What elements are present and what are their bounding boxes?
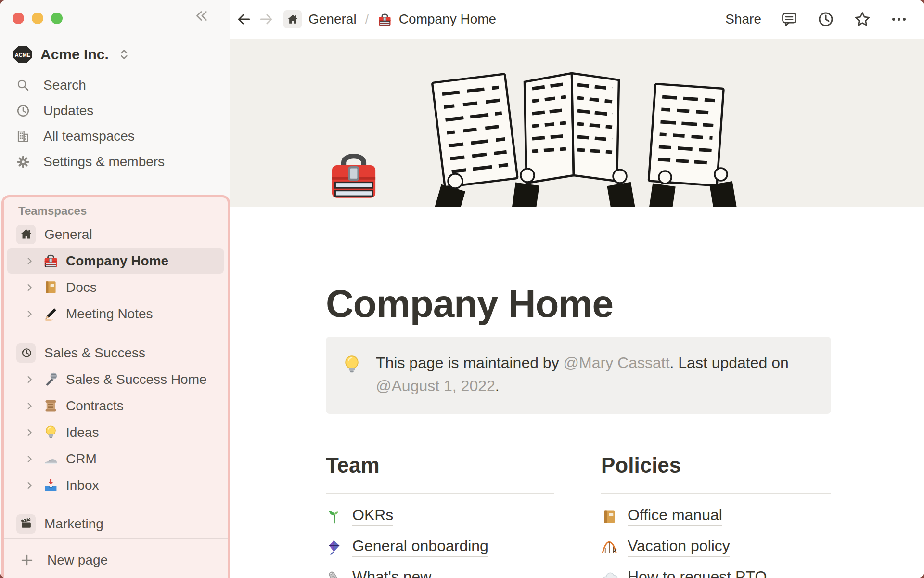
workspace-switcher-icon [117, 48, 131, 61]
forward-arrow-icon[interactable] [258, 12, 274, 27]
teamspace-icon-chip [16, 343, 36, 363]
close-window-button[interactable] [13, 13, 24, 24]
breadcrumb-teamspace[interactable]: General [308, 12, 357, 27]
plus-icon [20, 553, 34, 567]
link-office-manual[interactable]: Office manual [601, 501, 831, 532]
sidebar-item-settings-members[interactable]: Settings & members [0, 149, 230, 174]
notebook-icon [601, 508, 618, 525]
chevron-right-icon[interactable] [24, 374, 36, 385]
sidebar-page-docs[interactable]: Docs [4, 274, 228, 301]
chevron-right-icon[interactable] [24, 400, 36, 412]
main-area: General / Company Home Share [230, 0, 924, 578]
back-arrow-icon[interactable] [236, 12, 252, 27]
link-okrs[interactable]: OKRs [326, 501, 554, 532]
sneaker-icon [43, 451, 59, 467]
workspace-switcher[interactable]: ACME Acme Inc. [13, 43, 224, 66]
roller-coaster-icon [601, 539, 618, 556]
teamspace-general[interactable]: General [4, 221, 228, 248]
sidebar-item-search[interactable]: Search [0, 72, 230, 98]
page-link-label[interactable]: Vacation policy [628, 537, 730, 557]
comments-icon[interactable] [781, 11, 798, 28]
chevron-right-icon[interactable] [24, 255, 36, 267]
policies-heading[interactable]: Policies [601, 453, 831, 478]
sidebar-page-label: Ideas [66, 425, 99, 440]
gear-icon [16, 155, 30, 169]
teamspace-label: General [44, 227, 92, 242]
sidebar-menu: Search Updates All teamspaces Settings &… [0, 72, 230, 174]
page-link-label[interactable]: Office manual [628, 506, 722, 526]
breadcrumb-teamspace-chip[interactable] [283, 10, 302, 28]
sidebar-page-inbox[interactable]: Inbox [4, 472, 228, 499]
page-icon-toolbox[interactable] [326, 147, 382, 203]
toolbox-icon [377, 12, 392, 27]
sidebar-page-ideas[interactable]: Ideas [4, 419, 228, 446]
sidebar-page-label: Meeting Notes [66, 306, 153, 322]
topbar: General / Company Home Share [230, 0, 924, 39]
home-icon [287, 13, 299, 26]
teamspace-sales-success[interactable]: Sales & Success [4, 340, 228, 366]
sidebar-item-all-teamspaces[interactable]: All teamspaces [0, 123, 230, 149]
page-link-label[interactable]: General onboarding [352, 537, 488, 557]
sidebar-page-meeting-notes[interactable]: Meeting Notes [4, 301, 228, 327]
sidebar-item-label: Updates [43, 103, 93, 118]
mention-date[interactable]: @August 1, 2022 [376, 377, 495, 394]
team-column: Team OKRs General onboarding What's new [326, 453, 554, 578]
chevron-right-icon[interactable] [24, 480, 36, 491]
link-whats-new[interactable]: What's new [326, 563, 554, 578]
callout-segment: . Last updated on [670, 354, 789, 371]
light-bulb-icon [43, 424, 59, 440]
topbar-actions: Share [725, 11, 908, 28]
sidebar-item-label: Settings & members [43, 154, 165, 170]
zoom-window-button[interactable] [51, 13, 63, 24]
collapse-sidebar-icon[interactable] [192, 8, 209, 24]
link-how-to-request-pto[interactable]: How to request PTO [601, 563, 831, 578]
chevron-right-icon[interactable] [24, 453, 36, 465]
minimize-window-button[interactable] [32, 13, 43, 24]
sidebar-page-crm[interactable]: CRM [4, 446, 228, 472]
sidebar-page-label: Docs [66, 280, 97, 295]
writing-hand-icon [43, 306, 59, 322]
share-button[interactable]: Share [725, 12, 761, 27]
sidebar-item-label: Search [43, 78, 86, 93]
mention-person[interactable]: @Mary Cassatt [564, 354, 670, 371]
chevron-right-icon[interactable] [24, 427, 36, 438]
breadcrumb: General / Company Home [236, 10, 496, 28]
page-history-icon[interactable] [817, 11, 834, 28]
page-title[interactable]: Company Home [326, 282, 613, 326]
sidebar-page-sales-success-home[interactable]: Sales & Success Home [4, 366, 228, 393]
link-general-onboarding[interactable]: General onboarding [326, 532, 554, 563]
page-link-label[interactable]: OKRs [352, 506, 393, 526]
callout-block[interactable]: This page is maintained by @Mary Cassatt… [326, 337, 831, 414]
inbox-tray-icon [43, 477, 59, 493]
sidebar-page-contracts[interactable]: Contracts [4, 393, 228, 419]
favorite-star-icon[interactable] [854, 11, 871, 28]
content-columns: Team OKRs General onboarding What's new [326, 453, 831, 578]
sidebar-page-label: CRM [66, 451, 97, 467]
teamspaces-section-highlight: Teamspaces General Company Home Docs Mee… [1, 195, 230, 578]
sidebar-page-company-home[interactable]: Company Home [4, 248, 228, 274]
chevron-right-icon[interactable] [24, 308, 36, 320]
link-vacation-policy[interactable]: Vacation policy [601, 532, 831, 563]
teamspace-label: Marketing [44, 516, 103, 532]
sidebar-item-updates[interactable]: Updates [0, 98, 230, 123]
teamspace-label: Sales & Success [44, 345, 145, 361]
team-links: OKRs General onboarding What's new [326, 501, 554, 578]
more-options-icon[interactable] [890, 11, 908, 28]
teamspace-marketing[interactable]: Marketing [4, 511, 228, 537]
callout-text: This page is maintained by @Mary Cassatt… [376, 351, 816, 399]
notion-window: ACME Acme Inc. Search Updates All teamsp… [0, 0, 924, 578]
seedling-icon [326, 508, 343, 525]
teamspaces-section-label: Teamspaces [4, 197, 228, 221]
clapper-board-icon [20, 517, 33, 530]
page-link-label[interactable]: How to request PTO [628, 568, 767, 578]
search-icon [16, 78, 30, 92]
chevron-right-icon[interactable] [24, 282, 36, 293]
workspace-name: Acme Inc. [40, 46, 109, 63]
new-page-button[interactable]: New page [4, 538, 228, 578]
new-page-label: New page [47, 552, 108, 568]
page-link-label[interactable]: What's new [352, 568, 431, 578]
callout-segment: . [495, 377, 500, 394]
team-heading[interactable]: Team [326, 453, 554, 478]
cloud-icon [601, 570, 618, 578]
breadcrumb-page[interactable]: Company Home [399, 12, 496, 27]
